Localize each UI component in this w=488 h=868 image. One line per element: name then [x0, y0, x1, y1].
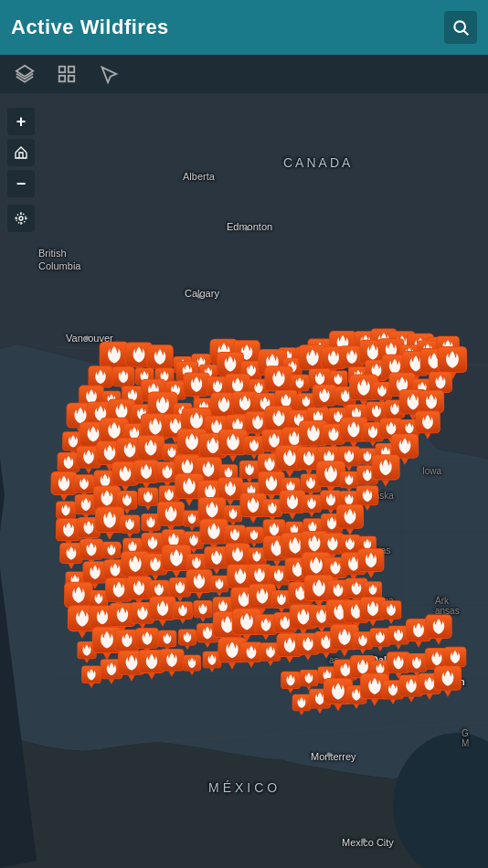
fire-marker[interactable] — [433, 664, 462, 698]
svg-marker-773 — [209, 668, 214, 672]
fire-marker[interactable] — [172, 600, 193, 625]
grid-button[interactable] — [53, 60, 80, 88]
map-toolbar — [0, 55, 488, 93]
location-button[interactable] — [7, 205, 35, 232]
svg-marker-473 — [106, 533, 114, 539]
home-button[interactable] — [7, 139, 35, 166]
svg-marker-329 — [229, 455, 238, 461]
svg-marker-413 — [401, 459, 408, 465]
zoom-out-button[interactable]: − — [7, 170, 35, 197]
layers-icon — [15, 64, 35, 84]
svg-marker-806 — [415, 641, 421, 648]
svg-marker-464 — [382, 480, 389, 486]
svg-marker-779 — [249, 662, 255, 668]
svg-marker-770 — [189, 672, 194, 676]
home-icon — [14, 145, 28, 160]
svg-rect-3 — [59, 67, 65, 72]
svg-marker-719 — [185, 645, 189, 650]
svg-marker-782 — [268, 662, 273, 666]
fire-marker[interactable] — [380, 599, 402, 625]
svg-rect-6 — [69, 76, 74, 81]
cursor-button[interactable] — [95, 60, 122, 88]
svg-marker-626 — [196, 593, 203, 599]
svg-marker-755 — [89, 683, 94, 688]
svg-marker-860 — [408, 697, 414, 703]
svg-marker-668 — [159, 620, 166, 627]
svg-marker-503 — [309, 513, 314, 517]
svg-marker-854 — [371, 699, 378, 705]
svg-point-0 — [454, 21, 465, 32]
svg-marker-428 — [145, 506, 151, 511]
svg-marker-704 — [84, 659, 90, 663]
svg-marker-788 — [304, 655, 311, 661]
svg-marker-515 — [69, 564, 75, 569]
svg-point-22 — [16, 214, 27, 224]
svg-line-1 — [464, 31, 469, 36]
svg-marker-776 — [228, 662, 236, 669]
fire-marker[interactable] — [182, 654, 201, 676]
map-controls: + − — [7, 108, 35, 232]
svg-marker-761 — [128, 675, 135, 682]
svg-marker-722 — [205, 642, 210, 648]
svg-marker-359 — [424, 433, 430, 439]
svg-rect-5 — [59, 76, 65, 81]
layers-button[interactable] — [11, 60, 38, 88]
cursor-icon — [99, 64, 119, 84]
svg-marker-512 — [365, 505, 371, 511]
app-header: Active Wildfires — [0, 0, 488, 55]
svg-marker-656 — [79, 631, 87, 638]
svg-marker-848 — [334, 704, 343, 712]
fire-marker[interactable] — [424, 613, 452, 646]
svg-marker-863 — [427, 694, 433, 700]
svg-marker-758 — [109, 679, 115, 684]
svg-marker-800 — [377, 647, 383, 651]
svg-marker-767 — [168, 671, 175, 676]
svg-marker-866 — [444, 691, 451, 697]
svg-marker-752 — [388, 619, 394, 624]
svg-marker-731 — [263, 635, 270, 640]
grid-icon — [57, 64, 77, 84]
svg-marker-749 — [369, 620, 377, 627]
svg-marker-581 — [213, 568, 219, 574]
app-title: Active Wildfires — [11, 16, 169, 39]
svg-marker-434 — [186, 499, 193, 505]
svg-marker-494 — [249, 517, 257, 524]
svg-marker-803 — [396, 645, 401, 650]
svg-marker-794 — [341, 650, 348, 656]
svg-marker-764 — [148, 673, 155, 680]
fire-marker[interactable] — [281, 671, 302, 694]
svg-marker-809 — [435, 639, 442, 645]
zoom-in-button[interactable]: + — [7, 108, 35, 135]
search-icon — [451, 18, 470, 37]
svg-marker-671 — [180, 619, 186, 624]
location-icon — [14, 211, 28, 226]
svg-marker-857 — [390, 699, 396, 704]
svg-marker-842 — [299, 711, 304, 715]
svg-marker-785 — [286, 657, 293, 663]
search-button[interactable] — [444, 11, 477, 44]
fire-marker[interactable] — [158, 648, 185, 678]
map-container[interactable]: + − CANADA Alberta BritishColumbia Edmon… — [0, 93, 488, 868]
svg-rect-4 — [69, 67, 74, 72]
svg-marker-500 — [289, 513, 296, 520]
fire-marker[interactable] — [357, 547, 386, 579]
fire-marker[interactable] — [370, 453, 400, 488]
fire-marker[interactable] — [119, 514, 141, 539]
svg-point-21 — [19, 217, 23, 220]
fire-marker[interactable] — [193, 599, 214, 623]
